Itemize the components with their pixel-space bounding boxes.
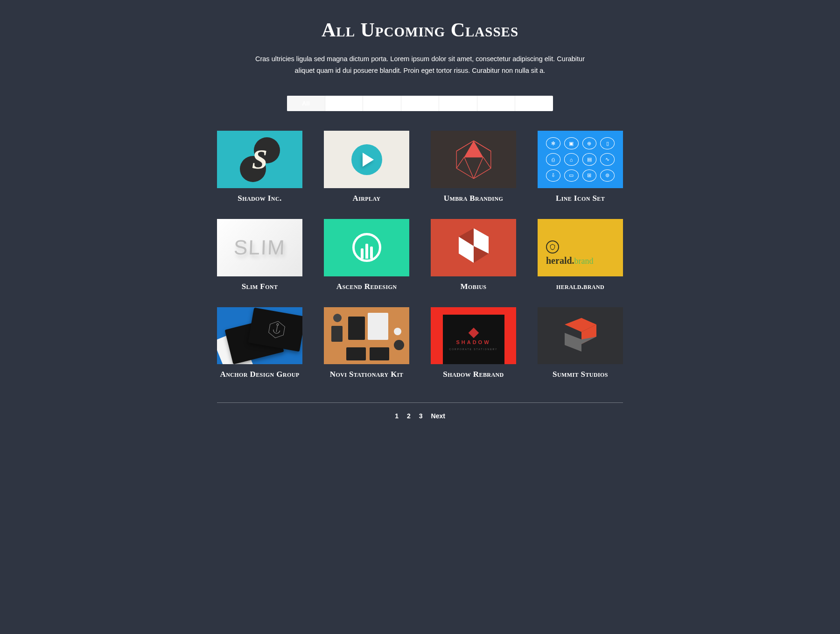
- shadow-folder-icon: SHADOW CORPORATE STATIONERY: [443, 315, 504, 365]
- page-subtitle: Cras ultricies ligula sed magna dictum p…: [250, 53, 590, 76]
- page-link-1[interactable]: 1: [395, 412, 399, 420]
- svg-line-5: [483, 157, 491, 168]
- thumb-lineicon: ✻▣⊕▯ ⎙⌂▤∿ ⇩▭⊞⊚: [538, 131, 623, 188]
- thumb-shadow-inc: S: [217, 131, 302, 188]
- card-title: Shadow Inc.: [217, 194, 302, 203]
- thumb-novi: [324, 307, 409, 365]
- card-title: Mobius: [431, 282, 516, 291]
- ascend-bars-icon: [352, 233, 381, 262]
- page-link-next[interactable]: Next: [431, 412, 445, 420]
- card-summit-studios[interactable]: Summit Studios: [538, 307, 623, 380]
- herald-wordmark-icon: herald.brand: [546, 255, 623, 266]
- card-title: Line Icon Set: [538, 194, 623, 203]
- thumb-shadow-rebrand: SHADOW CORPORATE STATIONERY: [431, 307, 516, 365]
- filter-tab-3[interactable]: [401, 96, 440, 111]
- pagination: 1 2 3 Next: [217, 412, 623, 420]
- svg-marker-1: [464, 141, 483, 157]
- card-title: herald.brand: [538, 282, 623, 291]
- card-title: Airplay: [324, 194, 409, 203]
- thumb-umbra: [431, 131, 516, 188]
- card-slim-font[interactable]: SLIM Slim Font: [217, 219, 302, 291]
- card-ascend-redesign[interactable]: Ascend Redesign: [324, 219, 409, 291]
- thumb-ascend: [324, 219, 409, 276]
- svg-line-7: [474, 157, 483, 178]
- shadow-rebrand-label: SHADOW: [456, 339, 490, 345]
- filter-tab-4[interactable]: [439, 96, 477, 111]
- mobius-hex-icon: [457, 227, 490, 268]
- thumb-slim: SLIM: [217, 219, 302, 276]
- svg-marker-13: [565, 333, 581, 352]
- filter-tab-all[interactable]: All: [287, 96, 325, 111]
- shield-icon: [546, 240, 559, 254]
- cards-grid: S Shadow Inc. Airplay: [217, 131, 623, 379]
- card-title: Novi Stationary Kit: [324, 370, 409, 379]
- card-mobius[interactable]: Mobius: [431, 219, 516, 291]
- summit-s-icon: [560, 316, 601, 355]
- diamond-icon: [468, 327, 479, 338]
- card-airplay[interactable]: Airplay: [324, 131, 409, 203]
- shadow-rebrand-sublabel: CORPORATE STATIONERY: [449, 348, 498, 351]
- card-umbra-branding[interactable]: Umbra Branding: [431, 131, 516, 203]
- filter-tab-6[interactable]: [515, 96, 553, 111]
- stationery-flatlay-icon: [324, 307, 409, 365]
- slim-logo-icon: SLIM: [233, 236, 286, 259]
- page-link-3[interactable]: 3: [419, 412, 423, 420]
- filter-bar: All: [287, 96, 553, 111]
- line-icons-grid-icon: ✻▣⊕▯ ⎙⌂▤∿ ⇩▭⊞⊚: [538, 131, 623, 188]
- filter-tab-2[interactable]: [363, 96, 401, 111]
- filter-tab-1[interactable]: [325, 96, 364, 111]
- card-title: Umbra Branding: [431, 194, 516, 203]
- svg-line-4: [456, 157, 464, 168]
- divider: [217, 402, 623, 403]
- card-title: Slim Font: [217, 282, 302, 291]
- card-title: Summit Studios: [538, 370, 623, 379]
- play-circle-icon: [351, 144, 382, 175]
- polyhedron-icon: [452, 138, 495, 181]
- page-title: All Upcoming Classes: [217, 19, 623, 41]
- card-title: Anchor Design Group: [217, 370, 302, 379]
- svg-line-6: [464, 157, 473, 178]
- play-triangle-icon: [363, 153, 374, 167]
- thumb-anchor: [217, 307, 302, 365]
- shadow-s-logo-icon: S: [242, 139, 278, 180]
- anchor-hex-icon: [266, 318, 288, 341]
- card-novi-stationary-kit[interactable]: Novi Stationary Kit: [324, 307, 409, 380]
- card-herald-brand[interactable]: herald.brand herald.brand: [538, 219, 623, 291]
- thumb-airplay: [324, 131, 409, 188]
- card-shadow-rebrand[interactable]: SHADOW CORPORATE STATIONERY Shadow Rebra…: [431, 307, 516, 380]
- thumb-summit: [538, 307, 623, 365]
- card-title: Ascend Redesign: [324, 282, 409, 291]
- card-shadow-inc[interactable]: S Shadow Inc.: [217, 131, 302, 203]
- filter-tab-5[interactable]: [477, 96, 516, 111]
- thumb-mobius: [431, 219, 516, 276]
- card-title: Shadow Rebrand: [431, 370, 516, 379]
- thumb-herald: herald.brand: [538, 219, 623, 276]
- card-line-icon-set[interactable]: ✻▣⊕▯ ⎙⌂▤∿ ⇩▭⊞⊚ Line Icon Set: [538, 131, 623, 203]
- page-link-2[interactable]: 2: [407, 412, 411, 420]
- card-anchor-design-group[interactable]: Anchor Design Group: [217, 307, 302, 380]
